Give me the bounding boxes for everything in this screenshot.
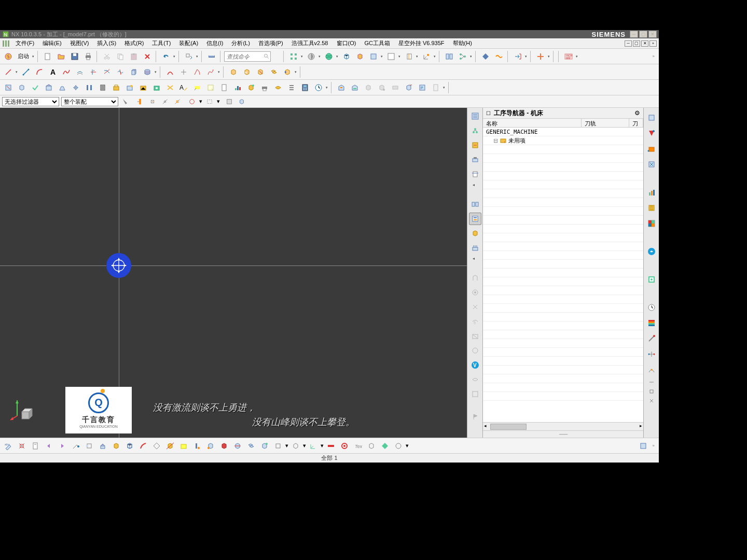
bt-11[interactable] [137, 440, 149, 452]
curve4-dropdown[interactable]: ▾ [217, 70, 221, 74]
revolve-button[interactable] [141, 66, 154, 78]
child-minimize[interactable]: ─ [625, 40, 632, 47]
arc-button[interactable] [33, 66, 46, 78]
rbtn-6[interactable] [646, 202, 657, 214]
tree-unused[interactable]: ⊟ ! 未用项 [483, 136, 643, 145]
rbtn-5[interactable] [646, 187, 657, 198]
open-button[interactable] [55, 50, 67, 63]
col-path[interactable]: 刀轨 [582, 119, 629, 127]
undo-button[interactable] [160, 50, 172, 63]
bt-2[interactable] [16, 440, 28, 452]
rtab-10[interactable] [469, 301, 481, 313]
menu-info[interactable]: 信息(I) [203, 38, 226, 48]
break-button[interactable] [114, 66, 127, 78]
solid2-button[interactable] [241, 66, 253, 78]
solid3-button[interactable] [254, 66, 267, 78]
menu-file[interactable]: 文件(F) [12, 38, 37, 48]
bt-forward[interactable] [56, 440, 68, 452]
rbtn-gradient[interactable] [646, 317, 657, 329]
rtab-8[interactable] [469, 272, 481, 284]
rtab-9[interactable] [469, 286, 481, 299]
diamond-button[interactable] [479, 50, 492, 63]
close-button[interactable]: ✕ [648, 31, 657, 38]
shopdoc-dropdown[interactable]: ▾ [442, 86, 446, 90]
op5-button[interactable] [56, 81, 68, 94]
rtab-16[interactable] [469, 388, 481, 400]
op12-button[interactable] [150, 81, 163, 94]
op13-button[interactable] [164, 81, 176, 94]
tree-dropdown[interactable]: ▾ [469, 54, 473, 59]
rbtn-8[interactable] [646, 246, 657, 257]
cut-button[interactable] [101, 50, 113, 63]
spline-button[interactable] [60, 66, 73, 78]
bt-27[interactable] [365, 440, 378, 452]
bt-21[interactable] [272, 440, 284, 452]
bt-13[interactable] [164, 440, 176, 452]
menu-preferences[interactable]: 首选项(P) [255, 38, 286, 48]
bt-29-dropdown[interactable]: ▾ [406, 442, 409, 449]
section-dropdown[interactable]: ▾ [380, 54, 384, 59]
toolbar1-overflow[interactable]: » [653, 54, 657, 59]
line2-button[interactable] [20, 66, 32, 78]
navigator-settings-icon[interactable]: ⚙ [634, 109, 640, 117]
sim2-button[interactable] [376, 81, 388, 94]
highlight-button[interactable] [191, 81, 203, 94]
bt-23[interactable] [307, 440, 320, 452]
csys-origin-marker[interactable] [106, 253, 131, 278]
rbtn-2[interactable] [646, 128, 657, 139]
menu-edit[interactable]: 编辑(E) [39, 38, 65, 48]
rtab-expand1[interactable]: ◂ [473, 183, 478, 188]
maximize-button[interactable]: ▢ [639, 31, 647, 38]
bt-20[interactable] [258, 440, 271, 452]
rtab-vericut[interactable]: V [469, 359, 481, 371]
undo-dropdown[interactable]: ▾ [172, 54, 176, 59]
child-restore[interactable]: ▢ [633, 40, 640, 47]
bottom-overflow[interactable]: » [651, 443, 657, 448]
solid5-button[interactable] [281, 66, 294, 78]
menu-assembly[interactable]: 装配(A) [176, 38, 201, 48]
transform-button[interactable] [183, 50, 195, 63]
bt-12[interactable] [150, 440, 163, 452]
copy-button[interactable] [114, 50, 127, 63]
inch-dropdown[interactable]: ▾ [575, 54, 579, 59]
col-name[interactable]: 名称 [483, 119, 582, 127]
start-dropdown[interactable]: ▾ [31, 54, 35, 59]
print-button[interactable] [82, 50, 94, 63]
bt-21-dropdown[interactable]: ▾ [285, 442, 288, 449]
shopdoc-button[interactable] [430, 81, 442, 94]
inch-button[interactable]: INCHMM [562, 50, 575, 63]
bt-17[interactable] [218, 440, 230, 452]
shaded-button[interactable] [305, 50, 317, 63]
op22-button[interactable] [285, 81, 298, 94]
axis-button[interactable] [534, 50, 547, 63]
bt-25[interactable] [338, 440, 351, 452]
texteditor-button[interactable]: A [177, 81, 190, 94]
start-label[interactable]: 启动 [16, 51, 31, 61]
box-button[interactable] [340, 50, 353, 63]
verify-button[interactable] [29, 81, 42, 94]
fb-circle-dropdown[interactable]: ▾ [199, 98, 202, 105]
bt-26[interactable]: Text [352, 440, 364, 452]
tree-button[interactable] [457, 50, 469, 63]
rtab-13[interactable] [469, 344, 481, 357]
rtab-11[interactable]: 5 [469, 315, 481, 328]
coordsys-dropdown[interactable]: ▾ [433, 54, 437, 59]
bt-back[interactable] [43, 440, 55, 452]
bt-28[interactable] [379, 440, 391, 452]
menu-view[interactable]: 视图(V) [67, 38, 92, 48]
extrude-button[interactable] [128, 66, 140, 78]
start-button[interactable] [2, 50, 15, 63]
rbtn-11[interactable] [646, 333, 657, 344]
layer-dropdown[interactable]: ▾ [397, 54, 402, 59]
solid1-button[interactable] [227, 66, 240, 78]
op11-button[interactable] [137, 81, 149, 94]
rbtn-clock[interactable] [646, 302, 657, 313]
rtab-12[interactable] [469, 330, 481, 342]
coordsys-button[interactable] [420, 50, 433, 63]
solid4-button[interactable] [268, 66, 280, 78]
line-button[interactable] [2, 66, 15, 78]
bt-19[interactable] [245, 440, 257, 452]
revolve-dropdown[interactable]: ▾ [154, 70, 158, 74]
wave-button[interactable] [493, 50, 505, 63]
ruler-button[interactable] [205, 50, 218, 63]
